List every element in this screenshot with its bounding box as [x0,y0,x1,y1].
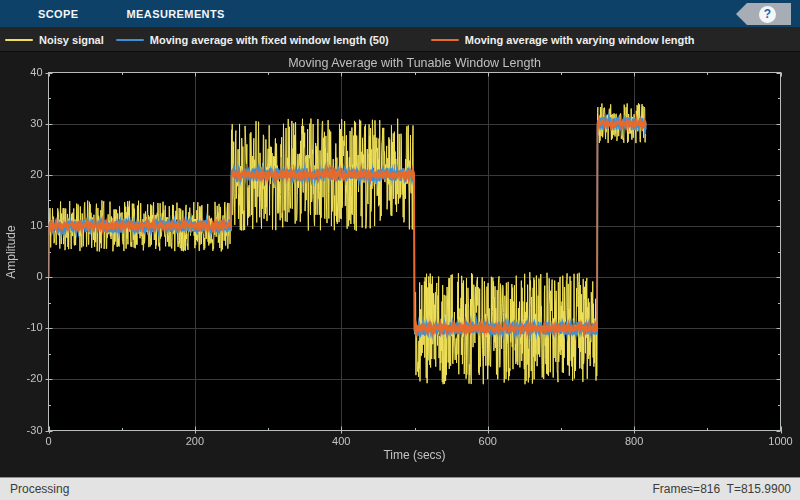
chart-title: Moving Average with Tunable Window Lengt… [48,56,781,70]
status-bar: Processing Frames=816 T=815.9900 [0,477,800,500]
legend-item-varying-window[interactable]: Moving average with varying window lengt… [431,34,695,46]
legend-line-swatch [431,39,459,41]
legend-label: Moving average with fixed window length … [150,34,389,46]
x-axis-label: Time (secs) [48,448,781,462]
tab-measurements[interactable]: MEASUREMENTS [127,0,225,28]
legend-item-noisy-signal[interactable]: Noisy signal [5,34,104,46]
legend-line-swatch [5,39,33,41]
legend: Noisy signal Moving average with fixed w… [0,28,800,52]
legend-item-fixed-window[interactable]: Moving average with fixed window length … [116,34,389,46]
tab-scope[interactable]: SCOPE [38,0,79,28]
status-text: Processing [10,482,69,496]
legend-line-swatch [116,39,144,41]
plot-region: Moving Average with Tunable Window Lengt… [0,52,800,477]
help-button[interactable]: ? [736,3,791,25]
scope-window: SCOPE MEASUREMENTS ? Noisy signal Moving… [0,0,800,500]
frame-counter: Frames=816 T=815.9900 [652,482,791,496]
y-axis-label: Amplitude [0,72,22,431]
chart-canvas[interactable] [0,52,800,477]
toolstrip: SCOPE MEASUREMENTS ? [0,0,800,28]
legend-label: Moving average with varying window lengt… [465,34,695,46]
legend-label: Noisy signal [39,34,104,46]
help-icon: ? [759,6,776,23]
